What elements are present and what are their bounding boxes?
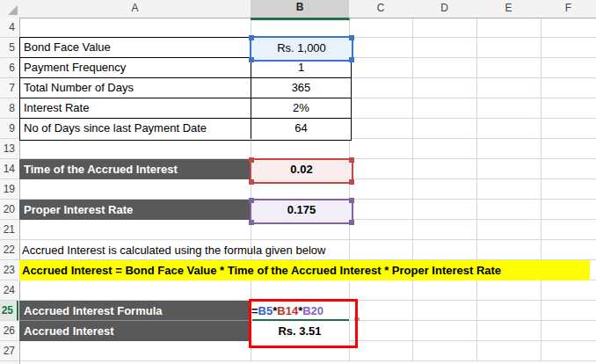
column-header-b[interactable]: B bbox=[251, 0, 350, 20]
fill-handle-mark bbox=[354, 317, 360, 321]
active-cell-underline bbox=[252, 319, 349, 321]
time-accrued-value: 0.02 bbox=[290, 163, 312, 176]
selection-handle-icon[interactable] bbox=[249, 57, 254, 62]
cell-a20-label[interactable]: Proper Interest Rate bbox=[19, 200, 251, 220]
row-header-26[interactable]: 26 bbox=[0, 321, 18, 341]
cell-a8[interactable]: Interest Rate bbox=[20, 98, 251, 118]
cell-b5-reference-box[interactable]: Rs. 1,000 bbox=[250, 36, 353, 62]
table-row-days-since-payment: No of Days since last Payment Date 64 bbox=[20, 119, 351, 139]
cell-b14-reference-box[interactable]: 0.02 bbox=[250, 158, 353, 184]
row-header-5[interactable]: 5 bbox=[0, 38, 18, 58]
row-header-8[interactable]: 8 bbox=[0, 98, 18, 119]
formula-banner[interactable]: Accrued Interest = Bond Face Value * Tim… bbox=[19, 260, 590, 280]
cell-a7[interactable]: Total Number of Days bbox=[20, 78, 251, 98]
selection-handle-icon[interactable] bbox=[249, 179, 254, 185]
proper-rate-value: 0.175 bbox=[287, 203, 316, 216]
row-header-25-active[interactable]: 25 bbox=[0, 301, 18, 321]
cell-a5[interactable]: Bond Face Value bbox=[20, 38, 251, 57]
selection-handle-icon[interactable] bbox=[349, 157, 354, 163]
row-header-22[interactable]: 22 bbox=[0, 240, 18, 260]
cell-a25-label[interactable]: Accrued Interest Formula bbox=[19, 301, 251, 321]
cell-b8[interactable]: 2% bbox=[251, 98, 351, 118]
row-header-20[interactable]: 20 bbox=[0, 200, 18, 220]
select-all-corner[interactable] bbox=[0, 0, 20, 17]
note-text[interactable]: Accrued Interest is calculated using the… bbox=[22, 240, 585, 260]
row-header-6[interactable]: 6 bbox=[0, 58, 18, 78]
bond-face-value-amount: Rs. 1,000 bbox=[277, 41, 326, 55]
gridline-col-e bbox=[476, 18, 477, 361]
cell-a9[interactable]: No of Days since last Payment Date bbox=[20, 119, 251, 139]
row-header-4[interactable]: 4 bbox=[0, 18, 18, 38]
row-header-column: 4 5 6 7 8 9 13 14 19 20 21 22 23 24 25 2… bbox=[0, 18, 20, 364]
selection-handle-icon[interactable] bbox=[349, 35, 354, 40]
cell-b25-formula[interactable]: =B5*B14*B20 bbox=[251, 301, 349, 321]
row-header-24[interactable]: 24 bbox=[0, 280, 18, 301]
selection-handle-icon[interactable] bbox=[349, 198, 354, 203]
row-header-21[interactable]: 21 bbox=[0, 220, 18, 240]
column-header-f[interactable]: F bbox=[541, 0, 596, 17]
formula-ref-b20: B20 bbox=[302, 304, 323, 317]
column-header-row: A B C D E F bbox=[0, 0, 596, 18]
cell-b20-reference-box[interactable]: 0.175 bbox=[250, 199, 353, 224]
cell-b26-result[interactable]: Rs. 3.51 bbox=[251, 321, 349, 341]
row-header-9[interactable]: 9 bbox=[0, 119, 18, 139]
formula-ref-b5: B5 bbox=[258, 304, 273, 317]
row-header-27[interactable]: 27 bbox=[0, 341, 18, 361]
excel-spreadsheet: A B C D E F 4 5 6 7 8 9 13 14 19 20 21 2… bbox=[0, 0, 596, 364]
selection-handle-icon[interactable] bbox=[349, 57, 354, 62]
column-header-e[interactable]: E bbox=[476, 0, 541, 17]
selection-handle-icon[interactable] bbox=[249, 35, 254, 40]
cell-a14-label[interactable]: Time of the Accrued Interest bbox=[19, 159, 251, 179]
column-header-d[interactable]: D bbox=[412, 0, 477, 17]
cell-a6[interactable]: Payment Frequency bbox=[20, 58, 251, 77]
row-header-19[interactable]: 19 bbox=[0, 179, 18, 200]
row-header-14[interactable]: 14 bbox=[0, 159, 18, 179]
table-row-interest-rate: Interest Rate 2% bbox=[20, 98, 351, 119]
row-header-7[interactable]: 7 bbox=[0, 78, 18, 98]
cell-b7[interactable]: 365 bbox=[251, 78, 351, 98]
selection-handle-icon[interactable] bbox=[349, 220, 354, 225]
column-header-a[interactable]: A bbox=[19, 0, 251, 17]
row-header-23[interactable]: 23 bbox=[0, 260, 18, 280]
row-header-13[interactable]: 13 bbox=[0, 139, 18, 159]
gridline-col-d bbox=[412, 18, 413, 361]
selection-handle-icon[interactable] bbox=[249, 157, 254, 163]
gridline-col-f bbox=[541, 18, 541, 361]
selection-handle-icon[interactable] bbox=[249, 220, 254, 225]
cell-b9[interactable]: 64 bbox=[251, 119, 351, 139]
column-header-c[interactable]: C bbox=[349, 0, 413, 17]
table-row-total-days: Total Number of Days 365 bbox=[20, 78, 351, 98]
selection-handle-icon[interactable] bbox=[349, 179, 354, 185]
formula-ref-b14: B14 bbox=[277, 304, 298, 317]
selection-handle-icon[interactable] bbox=[249, 198, 254, 203]
cell-a26-label[interactable]: Accrued Interest bbox=[19, 321, 251, 341]
formula-equals: = bbox=[251, 304, 258, 317]
